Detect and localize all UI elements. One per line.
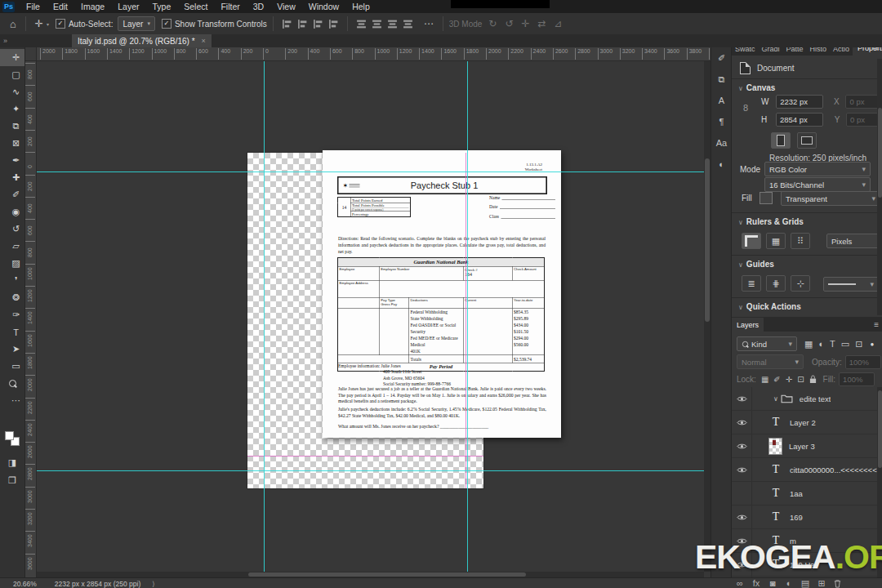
color-chips[interactable] bbox=[5, 431, 20, 446]
rectangle-tool[interactable]: ▭ bbox=[0, 358, 24, 375]
type-layers-filter-icon[interactable]: T bbox=[830, 339, 835, 350]
layer-row[interactable]: T Layer 2 bbox=[732, 411, 877, 434]
lock-all-icon[interactable] bbox=[809, 375, 817, 384]
blur-tool[interactable]: ❜ bbox=[0, 272, 24, 289]
guide-vertical-1[interactable] bbox=[264, 60, 265, 577]
visibility-toggle[interactable] bbox=[732, 434, 752, 457]
guide-horizontal-1[interactable] bbox=[36, 172, 710, 172]
zoom-percent[interactable]: 20.66% bbox=[13, 580, 37, 588]
delete-layer-icon[interactable] bbox=[833, 579, 842, 588]
blend-mode-dropdown[interactable]: Normal▾ bbox=[737, 354, 804, 369]
align-left-icon[interactable] bbox=[282, 19, 292, 29]
visibility-toggle[interactable] bbox=[732, 458, 752, 481]
bit-depth-dropdown[interactable]: 16 Bits/Channel▾ bbox=[764, 177, 871, 192]
align-middle-icon[interactable] bbox=[403, 19, 413, 29]
layer-row[interactable]: T Layer 3 bbox=[732, 434, 877, 458]
vertical-scrollbar[interactable] bbox=[704, 60, 710, 572]
adjustment-layers-filter-icon[interactable]: ◐ bbox=[818, 339, 824, 350]
layer-name[interactable]: Layer 2 bbox=[790, 418, 816, 427]
toggle-pixel-grid-icon[interactable]: ⠿ bbox=[791, 233, 810, 249]
link-layers-icon[interactable]: ∞ bbox=[732, 578, 748, 588]
layer-name[interactable]: 169 bbox=[790, 513, 803, 522]
quick-actions-section-header[interactable]: ∨Quick Actions bbox=[738, 302, 801, 311]
canvas-section-header[interactable]: ∨Canvas bbox=[738, 83, 775, 92]
menu-file[interactable]: File bbox=[20, 0, 47, 13]
glyphs-panel-icon[interactable]: Aa bbox=[711, 132, 732, 154]
menu-edit[interactable]: Edit bbox=[47, 0, 74, 13]
character-panel-icon[interactable]: A bbox=[711, 90, 732, 111]
x-field[interactable]: 0 px bbox=[845, 95, 881, 109]
toggle-grid-icon[interactable]: ▦ bbox=[766, 233, 786, 249]
show-transform-checkbox[interactable]: ✓ bbox=[162, 19, 172, 29]
lock-position-icon[interactable]: ✛ bbox=[786, 375, 792, 384]
brush-tool[interactable]: ✐ bbox=[0, 186, 24, 203]
ruler-corner[interactable] bbox=[24, 47, 37, 61]
spot-healing-tool[interactable]: ✚ bbox=[0, 169, 24, 186]
paragraph-panel-icon[interactable]: ¶ bbox=[711, 111, 732, 132]
height-field[interactable]: 2854 px bbox=[776, 113, 823, 127]
layer-mask-icon[interactable]: ◙ bbox=[764, 578, 781, 588]
layer-fill-field[interactable]: 100% bbox=[839, 372, 875, 386]
landscape-orientation-button[interactable] bbox=[797, 132, 817, 149]
menu-image[interactable]: Image bbox=[74, 0, 111, 13]
align-horizontal-centers-icon[interactable] bbox=[297, 19, 308, 29]
pen-panel-icon[interactable]: ✐ bbox=[711, 47, 732, 69]
move-tool-icon[interactable]: ✛ bbox=[32, 18, 47, 29]
overlap-squares-panel-icon[interactable]: ⧉ bbox=[711, 69, 732, 90]
group-twirl-icon[interactable]: ∨ bbox=[773, 395, 778, 403]
screen-mode-icon[interactable]: ❐ bbox=[0, 472, 24, 489]
link-dimensions-icon[interactable]: 8 bbox=[743, 103, 748, 113]
layer-row[interactable]: T 169 bbox=[732, 506, 877, 529]
fill-swatch[interactable] bbox=[760, 192, 773, 204]
width-field[interactable]: 2232 px bbox=[776, 95, 823, 109]
align-right-icon[interactable] bbox=[313, 19, 323, 29]
layer-name[interactable]: Layer 3 bbox=[789, 442, 815, 451]
layers-menu-icon[interactable]: ≡ bbox=[874, 320, 879, 329]
quick-mask-icon[interactable]: ◨ bbox=[0, 454, 24, 471]
more-options-icon[interactable]: ⋯ bbox=[421, 18, 437, 29]
history-brush-tool[interactable]: ↺ bbox=[0, 220, 24, 238]
pixel-layers-filter-icon[interactable]: ▦ bbox=[804, 339, 813, 350]
smart-object-filter-icon[interactable]: ⊡ bbox=[855, 339, 862, 350]
crop-tool[interactable]: ⧉ bbox=[0, 118, 24, 135]
align-bottom-icon[interactable] bbox=[356, 19, 367, 29]
menu-3d[interactable]: 3D bbox=[247, 0, 270, 13]
eyedropper-tool[interactable]: ✒ bbox=[0, 152, 24, 169]
guides-icon[interactable]: ≣ bbox=[742, 275, 761, 292]
filter-toggle-icon[interactable]: ● bbox=[870, 341, 874, 348]
toolbar-collapse-icon[interactable]: » bbox=[3, 37, 7, 45]
move-tool[interactable]: ✛ bbox=[0, 49, 24, 66]
guides-layout-icon[interactable]: ⋕ bbox=[766, 275, 786, 292]
properties-scrollbar-thumb[interactable] bbox=[878, 108, 882, 198]
margin-guide-horizontal[interactable] bbox=[247, 456, 483, 457]
distribute-vertical-icon[interactable] bbox=[387, 19, 398, 29]
layer-name[interactable]: edite text bbox=[800, 394, 831, 403]
lock-transparency-icon[interactable]: ▦ bbox=[761, 375, 768, 384]
eraser-tool[interactable]: ▱ bbox=[0, 238, 24, 255]
visibility-toggle[interactable] bbox=[732, 506, 752, 528]
pen-tool[interactable]: ✑ bbox=[0, 306, 24, 323]
zoom-tool[interactable] bbox=[0, 375, 24, 392]
close-icon[interactable]: × bbox=[202, 37, 206, 45]
guide-vertical-2[interactable] bbox=[467, 60, 468, 577]
mode-dropdown[interactable]: RGB Color▾ bbox=[764, 162, 871, 176]
ruler-vertical[interactable]: 8006004002000200400600800100012001400160… bbox=[24, 60, 37, 577]
vertical-scrollbar-thumb[interactable] bbox=[705, 158, 710, 322]
visibility-toggle[interactable] bbox=[732, 482, 752, 505]
menu-layer[interactable]: Layer bbox=[111, 0, 145, 13]
horizontal-scrollbar-thumb[interactable] bbox=[248, 572, 526, 577]
portrait-orientation-button[interactable] bbox=[771, 132, 791, 149]
layer-row[interactable]: T 1aa bbox=[732, 482, 877, 506]
lock-artboard-icon[interactable]: ⊡ bbox=[797, 375, 804, 384]
gradient-tool[interactable]: ▨ bbox=[0, 255, 24, 272]
layer-row[interactable]: T citta0000000...<<<<<<<<0 d bbox=[732, 458, 877, 482]
tool-preset-caret[interactable]: ▾ bbox=[47, 21, 49, 27]
properties-scrollbar[interactable] bbox=[877, 59, 882, 315]
ruler-horizontal[interactable]: 2000180016001400120010008006004002000200… bbox=[36, 47, 710, 61]
guide-style-dropdown[interactable]: ▾ bbox=[823, 277, 879, 292]
margin-guide-vertical[interactable] bbox=[466, 153, 466, 488]
clone-stamp-tool[interactable]: ◉ bbox=[0, 203, 24, 220]
ruler-units-dropdown[interactable]: Pixels▾ bbox=[826, 234, 882, 248]
layers-scrollbar-thumb[interactable] bbox=[878, 390, 882, 468]
object-selection-tool[interactable]: ✦ bbox=[0, 100, 24, 118]
